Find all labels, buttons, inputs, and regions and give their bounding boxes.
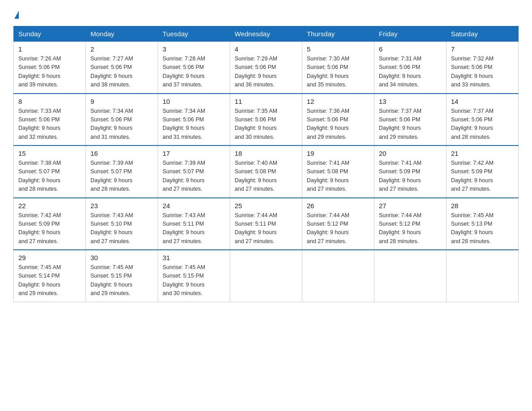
day-number: 3	[163, 45, 225, 53]
calendar-cell	[374, 250, 446, 302]
weekday-header-monday: Monday	[86, 26, 158, 42]
calendar-cell: 30 Sunrise: 7:45 AMSunset: 5:15 PMDaylig…	[86, 250, 158, 302]
day-info: Sunrise: 7:43 AMSunset: 5:10 PMDaylight:…	[90, 211, 153, 246]
day-info: Sunrise: 7:38 AMSunset: 5:07 PMDaylight:…	[18, 159, 81, 194]
day-info: Sunrise: 7:34 AMSunset: 5:06 PMDaylight:…	[90, 107, 153, 142]
week-row-5: 29 Sunrise: 7:45 AMSunset: 5:14 PMDaylig…	[14, 250, 519, 302]
page-header	[13, 9, 519, 18]
week-row-2: 8 Sunrise: 7:33 AMSunset: 5:06 PMDayligh…	[14, 94, 519, 146]
calendar-cell: 20 Sunrise: 7:41 AMSunset: 5:09 PMDaylig…	[374, 146, 446, 198]
day-info: Sunrise: 7:43 AMSunset: 5:11 PMDaylight:…	[163, 211, 225, 246]
calendar-cell: 16 Sunrise: 7:39 AMSunset: 5:07 PMDaylig…	[86, 146, 158, 198]
day-number: 19	[307, 150, 369, 157]
day-info: Sunrise: 7:44 AMSunset: 5:11 PMDaylight:…	[235, 211, 297, 246]
day-info: Sunrise: 7:45 AMSunset: 5:13 PMDaylight:…	[451, 211, 514, 246]
day-info: Sunrise: 7:30 AMSunset: 5:06 PMDaylight:…	[307, 55, 369, 90]
day-info: Sunrise: 7:36 AMSunset: 5:06 PMDaylight:…	[307, 107, 369, 142]
logo-triangle-icon	[14, 11, 19, 19]
calendar-cell: 13 Sunrise: 7:37 AMSunset: 5:06 PMDaylig…	[374, 94, 446, 146]
day-number: 1	[18, 45, 81, 53]
calendar-cell	[446, 250, 519, 302]
calendar-cell: 9 Sunrise: 7:34 AMSunset: 5:06 PMDayligh…	[86, 94, 158, 146]
calendar-cell: 29 Sunrise: 7:45 AMSunset: 5:14 PMDaylig…	[14, 250, 86, 302]
calendar-table: SundayMondayTuesdayWednesdayThursdayFrid…	[13, 26, 519, 302]
day-number: 26	[307, 202, 369, 210]
calendar-cell	[230, 250, 302, 302]
calendar-cell: 3 Sunrise: 7:28 AMSunset: 5:06 PMDayligh…	[158, 42, 230, 94]
calendar-cell: 18 Sunrise: 7:40 AMSunset: 5:08 PMDaylig…	[230, 146, 302, 198]
day-info: Sunrise: 7:39 AMSunset: 5:07 PMDaylight:…	[90, 159, 153, 194]
calendar-cell: 10 Sunrise: 7:34 AMSunset: 5:06 PMDaylig…	[158, 94, 230, 146]
day-info: Sunrise: 7:42 AMSunset: 5:09 PMDaylight:…	[451, 159, 514, 194]
day-number: 13	[379, 98, 442, 105]
calendar-cell: 23 Sunrise: 7:43 AMSunset: 5:10 PMDaylig…	[86, 198, 158, 250]
logo-top	[13, 9, 19, 19]
calendar-cell: 14 Sunrise: 7:37 AMSunset: 5:06 PMDaylig…	[446, 94, 519, 146]
calendar-cell: 1 Sunrise: 7:26 AMSunset: 5:06 PMDayligh…	[14, 42, 86, 94]
day-info: Sunrise: 7:33 AMSunset: 5:06 PMDaylight:…	[18, 107, 81, 142]
day-info: Sunrise: 7:37 AMSunset: 5:06 PMDaylight:…	[451, 107, 514, 142]
day-info: Sunrise: 7:42 AMSunset: 5:09 PMDaylight:…	[18, 211, 81, 246]
calendar-cell: 4 Sunrise: 7:29 AMSunset: 5:06 PMDayligh…	[230, 42, 302, 94]
day-info: Sunrise: 7:37 AMSunset: 5:06 PMDaylight:…	[379, 107, 442, 142]
day-info: Sunrise: 7:45 AMSunset: 5:15 PMDaylight:…	[163, 263, 225, 298]
day-info: Sunrise: 7:27 AMSunset: 5:06 PMDaylight:…	[90, 55, 153, 90]
calendar-cell	[302, 250, 374, 302]
day-info: Sunrise: 7:39 AMSunset: 5:07 PMDaylight:…	[163, 159, 225, 194]
day-number: 29	[18, 254, 81, 261]
day-number: 21	[451, 150, 514, 157]
day-info: Sunrise: 7:40 AMSunset: 5:08 PMDaylight:…	[235, 159, 297, 194]
day-number: 25	[235, 202, 297, 210]
week-row-1: 1 Sunrise: 7:26 AMSunset: 5:06 PMDayligh…	[14, 42, 519, 94]
day-number: 9	[90, 98, 153, 105]
weekday-header-thursday: Thursday	[302, 26, 374, 42]
day-number: 12	[307, 98, 369, 105]
weekday-header-wednesday: Wednesday	[230, 26, 302, 42]
day-number: 2	[90, 45, 153, 53]
day-number: 10	[163, 98, 225, 105]
day-number: 18	[235, 150, 297, 157]
calendar-header: SundayMondayTuesdayWednesdayThursdayFrid…	[14, 26, 519, 42]
day-number: 17	[163, 150, 225, 157]
calendar-cell: 7 Sunrise: 7:32 AMSunset: 5:06 PMDayligh…	[446, 42, 519, 94]
calendar-cell: 24 Sunrise: 7:43 AMSunset: 5:11 PMDaylig…	[158, 198, 230, 250]
calendar-cell: 15 Sunrise: 7:38 AMSunset: 5:07 PMDaylig…	[14, 146, 86, 198]
day-info: Sunrise: 7:45 AMSunset: 5:14 PMDaylight:…	[18, 263, 81, 298]
weekday-header-sunday: Sunday	[14, 26, 86, 42]
calendar-cell: 26 Sunrise: 7:44 AMSunset: 5:12 PMDaylig…	[302, 198, 374, 250]
day-number: 30	[90, 254, 153, 261]
day-number: 22	[18, 202, 81, 210]
week-row-4: 22 Sunrise: 7:42 AMSunset: 5:09 PMDaylig…	[14, 198, 519, 250]
day-info: Sunrise: 7:44 AMSunset: 5:12 PMDaylight:…	[379, 211, 442, 246]
calendar-cell: 17 Sunrise: 7:39 AMSunset: 5:07 PMDaylig…	[158, 146, 230, 198]
day-info: Sunrise: 7:31 AMSunset: 5:06 PMDaylight:…	[379, 55, 442, 90]
weekday-header-saturday: Saturday	[446, 26, 519, 42]
day-number: 5	[307, 45, 369, 53]
calendar-cell: 11 Sunrise: 7:35 AMSunset: 5:06 PMDaylig…	[230, 94, 302, 146]
day-info: Sunrise: 7:28 AMSunset: 5:06 PMDaylight:…	[163, 55, 225, 90]
day-number: 16	[90, 150, 153, 157]
calendar-cell: 28 Sunrise: 7:45 AMSunset: 5:13 PMDaylig…	[446, 198, 519, 250]
day-number: 14	[451, 98, 514, 105]
logo	[13, 9, 19, 18]
calendar-cell: 2 Sunrise: 7:27 AMSunset: 5:06 PMDayligh…	[86, 42, 158, 94]
day-info: Sunrise: 7:29 AMSunset: 5:06 PMDaylight:…	[235, 55, 297, 90]
calendar-cell: 19 Sunrise: 7:41 AMSunset: 5:08 PMDaylig…	[302, 146, 374, 198]
day-number: 28	[451, 202, 514, 210]
day-info: Sunrise: 7:41 AMSunset: 5:09 PMDaylight:…	[379, 159, 442, 194]
calendar-cell: 5 Sunrise: 7:30 AMSunset: 5:06 PMDayligh…	[302, 42, 374, 94]
day-number: 24	[163, 202, 225, 210]
day-number: 6	[379, 45, 442, 53]
calendar-body: 1 Sunrise: 7:26 AMSunset: 5:06 PMDayligh…	[14, 42, 519, 302]
day-number: 27	[379, 202, 442, 210]
calendar-cell: 6 Sunrise: 7:31 AMSunset: 5:06 PMDayligh…	[374, 42, 446, 94]
calendar-cell: 22 Sunrise: 7:42 AMSunset: 5:09 PMDaylig…	[14, 198, 86, 250]
day-number: 11	[235, 98, 297, 105]
calendar-cell: 21 Sunrise: 7:42 AMSunset: 5:09 PMDaylig…	[446, 146, 519, 198]
weekday-header-tuesday: Tuesday	[158, 26, 230, 42]
week-row-3: 15 Sunrise: 7:38 AMSunset: 5:07 PMDaylig…	[14, 146, 519, 198]
day-number: 4	[235, 45, 297, 53]
day-number: 7	[451, 45, 514, 53]
calendar-cell: 31 Sunrise: 7:45 AMSunset: 5:15 PMDaylig…	[158, 250, 230, 302]
day-number: 15	[18, 150, 81, 157]
